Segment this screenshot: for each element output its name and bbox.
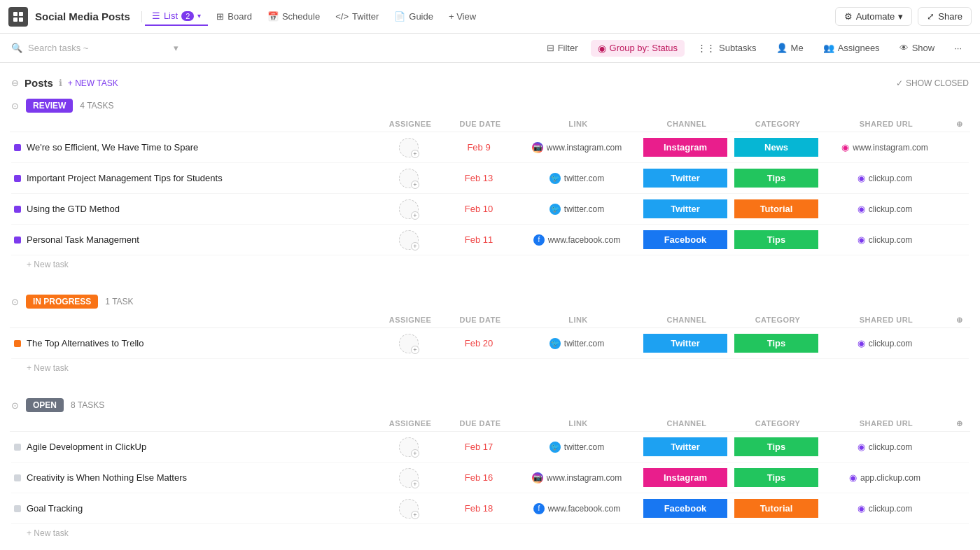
task-dot (14, 237, 21, 244)
task-name[interactable]: We're so Efficient, We Have Time to Spar… (27, 142, 198, 153)
facebook-icon: f (533, 234, 545, 246)
category-badge-tips: Tips (734, 169, 818, 188)
open-collapse-icon[interactable]: ⊙ (11, 400, 19, 411)
avatar[interactable]: + (399, 169, 419, 188)
task-name[interactable]: Personal Task Management (27, 234, 139, 245)
twitter-icon: 🐦 (550, 442, 561, 453)
assignee-cell: + (374, 169, 444, 188)
me-button[interactable]: 👤 Me (769, 40, 811, 56)
task-name[interactable]: Important Project Management Tips for St… (27, 173, 223, 183)
subtasks-button[interactable]: ⋮⋮ Subtasks (690, 40, 763, 56)
col-add[interactable]: ⊕ (949, 120, 970, 129)
shared-url-text[interactable]: app.clickup.com (860, 473, 920, 483)
assignees-button[interactable]: 👥 Assignees (816, 40, 887, 56)
shared-url-text[interactable]: clickup.com (869, 204, 913, 214)
tab-guide[interactable]: 📄 Guide (387, 8, 440, 25)
link-cell: 🐦 twitter.com (514, 338, 640, 349)
subtasks-label: Subtasks (719, 43, 756, 53)
shared-url-text[interactable]: clickup.com (869, 504, 913, 514)
filter-icon: ⊟ (547, 43, 554, 53)
show-button[interactable]: 👁 Show (892, 40, 942, 56)
shared-url-text[interactable]: clickup.com (869, 174, 913, 183)
inprogress-label: IN PROGRESS (26, 295, 98, 309)
share-button[interactable]: ⤢ Share (918, 7, 972, 26)
posts-info-icon[interactable]: ℹ (59, 78, 62, 88)
task-name[interactable]: Goal Tracking (27, 503, 83, 514)
avatar[interactable]: + (399, 334, 419, 353)
inprogress-new-task-button[interactable]: + New task (11, 359, 969, 377)
automate-button[interactable]: ⚙ Automate ▾ (835, 7, 913, 26)
tab-board-label: Board (227, 11, 252, 22)
link-text[interactable]: twitter.com (564, 204, 604, 214)
search-chevron[interactable]: ▾ (174, 43, 178, 53)
more-options-button[interactable]: ··· (947, 40, 969, 56)
inprogress-collapse-icon[interactable]: ⊙ (11, 297, 19, 307)
col-add[interactable]: ⊕ (949, 419, 970, 428)
channel-cell: Instagram (640, 468, 731, 487)
category-badge-tips: Tips (734, 468, 818, 487)
link-text[interactable]: twitter.com (564, 442, 604, 452)
link-cell: f www.facebook.com (514, 234, 640, 246)
shared-url-text[interactable]: www.instagram.com (853, 143, 927, 153)
inprogress-group-header: ⊙ IN PROGRESS 1 TASK (11, 290, 969, 313)
col-add[interactable]: ⊕ (949, 316, 970, 325)
tab-board[interactable]: ⊞ Board (209, 8, 259, 25)
shared-url-icon: ◉ (841, 142, 849, 153)
channel-badge-twitter: Twitter (643, 334, 727, 353)
link-text[interactable]: twitter.com (564, 174, 604, 183)
link-text[interactable]: www.instagram.com (547, 473, 622, 483)
search-input[interactable]: Search tasks ~ (28, 43, 168, 53)
task-name[interactable]: Creativity is When Nothing Else Matters (27, 472, 187, 483)
link-text[interactable]: www.facebook.com (548, 235, 620, 245)
col-task-name (10, 120, 375, 129)
posts-collapse-icon[interactable]: ⊖ (11, 78, 19, 88)
col-shared-url: SHARED URL (823, 120, 949, 129)
posts-new-task-button[interactable]: + NEW TASK (68, 78, 118, 88)
channel-cell: Facebook (640, 499, 731, 518)
open-table-header: ASSIGNEE DUE DATE LINK CHANNEL CATEGORY … (10, 416, 970, 432)
review-new-task-button[interactable]: + New task (11, 255, 969, 274)
filter-button[interactable]: ⊟ Filter (540, 40, 585, 56)
task-name[interactable]: Agile Development in ClickUp (27, 442, 146, 452)
link-text[interactable]: www.instagram.com (547, 143, 622, 153)
category-badge-tips: Tips (734, 437, 818, 456)
subtasks-icon: ⋮⋮ (697, 43, 715, 53)
category-cell: News (731, 138, 822, 157)
channel-cell: Twitter (640, 169, 731, 188)
shared-url-text[interactable]: clickup.com (869, 235, 913, 245)
group-by-button[interactable]: ◉ Group by: Status (591, 40, 685, 57)
shared-url-icon: ◉ (858, 338, 865, 348)
link-text[interactable]: www.facebook.com (548, 504, 620, 514)
me-person-icon: 👤 (776, 43, 788, 53)
add-view-btn[interactable]: + View (442, 8, 483, 25)
shared-url-text[interactable]: clickup.com (869, 339, 913, 348)
col-assignee: ASSIGNEE (375, 316, 445, 325)
col-task-name (10, 419, 375, 428)
review-collapse-icon[interactable]: ⊙ (11, 101, 19, 111)
open-new-task-button[interactable]: + New task (11, 524, 969, 542)
tab-list[interactable]: ☰ List 2 ▾ (145, 7, 208, 26)
avatar[interactable]: + (399, 437, 419, 457)
task-name[interactable]: Using the GTD Method (27, 204, 120, 214)
task-dot (14, 175, 21, 182)
link-text[interactable]: twitter.com (564, 339, 604, 348)
shared-url-cell: ◉ clickup.com (822, 204, 948, 214)
due-date-cell: Feb 18 (444, 503, 514, 514)
shared-url-icon: ◉ (849, 472, 857, 483)
avatar[interactable]: + (399, 230, 419, 250)
avatar[interactable]: + (399, 138, 419, 157)
tab-schedule[interactable]: 📅 Schedule (260, 8, 327, 25)
shared-url-text[interactable]: clickup.com (869, 442, 913, 452)
avatar[interactable]: + (399, 468, 419, 488)
shared-url-cell: ◉ www.instagram.com (822, 142, 948, 153)
tab-list-label: List (164, 10, 178, 21)
avatar[interactable]: + (399, 499, 419, 519)
shared-url-icon: ◉ (858, 173, 865, 183)
tab-twitter[interactable]: </> Twitter (328, 8, 386, 25)
avatar[interactable]: + (399, 199, 419, 219)
task-name[interactable]: The Top Alternatives to Trello (27, 338, 144, 348)
open-status-badge: OPEN (26, 398, 64, 412)
show-closed-button[interactable]: ✓ SHOW CLOSED (896, 78, 969, 88)
col-task-name (10, 316, 375, 325)
assignee-cell: + (374, 468, 444, 488)
